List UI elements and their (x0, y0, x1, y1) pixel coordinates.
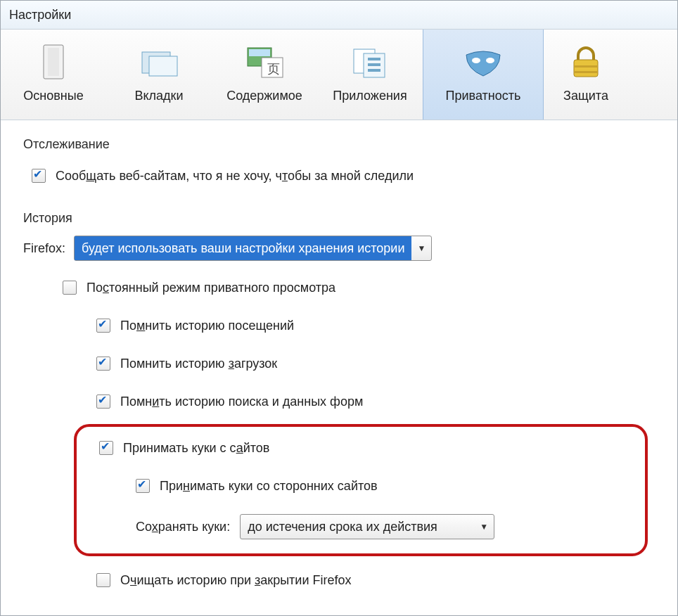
remember-search-checkbox[interactable] (96, 394, 110, 409)
do-not-track-checkbox[interactable] (32, 169, 46, 183)
svg-rect-15 (574, 60, 598, 77)
tab-tabs-label: Вкладки (106, 89, 212, 103)
accept-cookies-label: Принимать куки с сайтов (123, 441, 269, 456)
svg-point-13 (472, 58, 480, 63)
tab-privacy[interactable]: Приватность (423, 30, 544, 120)
history-mode-row: Firefox: будет использовать ваши настрой… (23, 236, 655, 261)
remember-browsing-row: Помнить историю посещений (96, 312, 655, 340)
tab-general[interactable]: Основные (1, 30, 106, 120)
keep-cookies-label: Сохранять куки: (136, 520, 230, 534)
keep-cookies-select[interactable]: до истечения срока их действия ▼ (240, 514, 494, 539)
svg-rect-1 (48, 48, 59, 76)
chevron-down-icon: ▼ (411, 243, 431, 253)
general-icon (1, 39, 106, 84)
firefox-label: Firefox: (23, 241, 65, 256)
svg-point-14 (486, 58, 494, 63)
svg-rect-11 (368, 63, 380, 66)
svg-rect-12 (368, 69, 380, 72)
do-not-track-label: Сообщать веб-сайтам, что я не хочу, чтоб… (56, 169, 414, 184)
history-section-label: История (23, 211, 655, 226)
tabs-icon (106, 39, 212, 84)
do-not-track-row: Сообщать веб-сайтам, что я не хочу, чтоб… (32, 162, 655, 190)
tab-tabs[interactable]: Вкладки (106, 30, 212, 120)
remember-search-row: Помнить историю поиска и данных форм (96, 387, 655, 416)
tab-content-label: Содержимое (212, 89, 317, 103)
tracking-section-label: Отслеживание (23, 137, 655, 152)
tab-security-label: Защита (544, 89, 628, 103)
accept-third-party-checkbox[interactable] (136, 479, 150, 493)
history-mode-select[interactable]: будет использовать ваши настройки хранен… (74, 236, 432, 261)
history-mode-value: будет использовать ваши настройки хранен… (75, 236, 411, 260)
security-lock-icon (544, 39, 628, 84)
remember-downloads-label: Помнить историю загрузок (120, 357, 277, 371)
clear-on-close-label: Очищать историю при закрытии Firefox (120, 573, 351, 588)
accept-third-party-row: Принимать куки со сторонних сайтов (136, 472, 632, 500)
remember-browsing-label: Помнить историю посещений (120, 319, 294, 333)
tab-privacy-label: Приватность (423, 89, 543, 103)
keep-cookies-value: до истечения срока их действия (241, 515, 474, 539)
cookies-highlight-box: Принимать куки с сайтов Принимать куки с… (74, 424, 648, 556)
category-toolbar: Основные Вкладки 页 Содержимое Приложения… (1, 30, 677, 120)
privacy-mask-icon (423, 39, 543, 84)
applications-icon (317, 39, 423, 84)
chevron-down-icon: ▼ (474, 522, 494, 532)
svg-rect-16 (574, 65, 598, 68)
keep-cookies-row: Сохранять куки: до истечения срока их де… (136, 513, 632, 541)
accept-third-party-label: Принимать куки со сторонних сайтов (160, 479, 378, 494)
remember-browsing-checkbox[interactable] (96, 319, 110, 333)
tab-applications-label: Приложения (317, 89, 423, 103)
remember-downloads-row: Помнить историю загрузок (96, 349, 655, 378)
svg-rect-5 (249, 49, 270, 56)
settings-window: Настройки Основные Вкладки 页 Содержимое … (0, 0, 678, 616)
clear-on-close-checkbox[interactable] (96, 573, 110, 587)
svg-rect-3 (149, 56, 177, 76)
clear-on-close-row: Очищать историю при закрытии Firefox (96, 566, 655, 594)
content-icon: 页 (212, 39, 317, 84)
tab-security[interactable]: Защита (544, 30, 628, 120)
permanent-private-checkbox[interactable] (63, 281, 77, 295)
permanent-private-row: Постоянный режим приватного просмотра (63, 274, 655, 302)
remember-downloads-checkbox[interactable] (96, 357, 110, 371)
svg-rect-10 (368, 58, 380, 60)
svg-rect-17 (574, 71, 598, 73)
permanent-private-label: Постоянный режим приватного просмотра (87, 281, 335, 295)
tab-general-label: Основные (1, 89, 106, 103)
accept-cookies-row: Принимать куки с сайтов (99, 434, 632, 462)
privacy-panel: Отслеживание Сообщать веб-сайтам, что я … (1, 120, 677, 594)
window-title: Настройки (1, 1, 677, 30)
svg-text:页: 页 (267, 62, 280, 76)
tab-applications[interactable]: Приложения (317, 30, 423, 120)
tab-content[interactable]: 页 Содержимое (212, 30, 317, 120)
remember-search-label: Помнить историю поиска и данных форм (120, 394, 363, 409)
accept-cookies-checkbox[interactable] (99, 441, 113, 455)
